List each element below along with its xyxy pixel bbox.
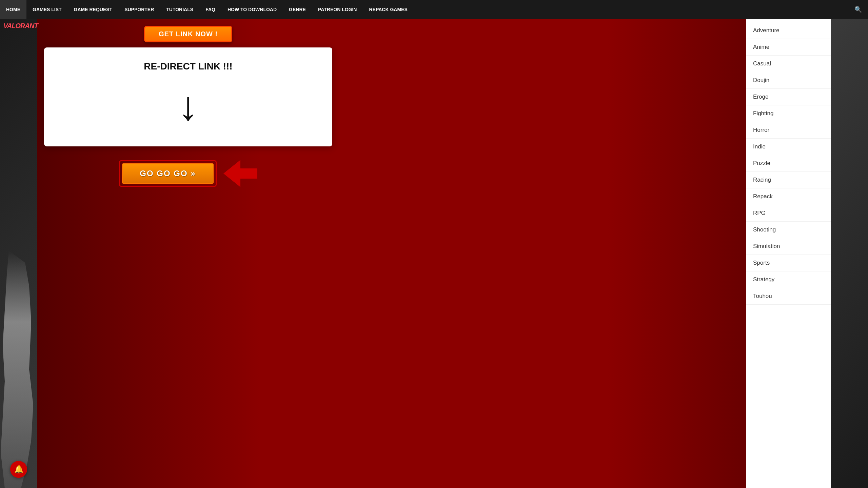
bottom-action-area: GO GO GO » (119, 160, 257, 187)
go-button-wrapper: GO GO GO » (119, 160, 216, 187)
bell-icon: 🔔 (14, 465, 23, 474)
nav-item-games-list[interactable]: GAMES LIST (26, 0, 68, 19)
sidebar-categories: AdventureAnimeCasualDoujinErogeFightingH… (746, 22, 831, 305)
sidebar-item-racing[interactable]: Racing (746, 172, 831, 188)
sidebar-item-repack[interactable]: Repack (746, 188, 831, 205)
sidebar-item-horror[interactable]: Horror (746, 122, 831, 139)
go-go-go-button[interactable]: GO GO GO » (122, 163, 213, 184)
character-art-left (0, 251, 37, 488)
left-background (0, 19, 37, 488)
sidebar-item-fighting[interactable]: Fighting (746, 105, 831, 122)
sidebar-item-simulation[interactable]: Simulation (746, 238, 831, 255)
genre-sidebar: AdventureAnimeCasualDoujinErogeFightingH… (746, 19, 831, 488)
nav-links: HOMEGAMES LISTGAME REQUESTSUPPORTERTUTOR… (0, 0, 414, 19)
nav-item-genre[interactable]: GENRE (283, 0, 312, 19)
search-icon[interactable]: 🔍 (848, 6, 868, 13)
arrow-head-icon (223, 160, 240, 187)
down-arrow-icon: ↓ (178, 85, 198, 126)
sidebar-item-indie[interactable]: Indie (746, 139, 831, 155)
sidebar-item-shooting[interactable]: Shooting (746, 222, 831, 238)
sidebar-item-touhou[interactable]: Touhou (746, 288, 831, 305)
sidebar-item-anime[interactable]: Anime (746, 39, 831, 56)
red-arrow-indicator (223, 160, 257, 187)
nav-item-supporter[interactable]: SUPPORTER (118, 0, 160, 19)
redirect-box: RE-DIRECT LINK !!! ↓ (44, 47, 332, 146)
notification-bell[interactable]: 🔔 (10, 461, 27, 478)
nav-item-faq[interactable]: FAQ (199, 0, 221, 19)
page-wrapper: Get Link Now ! RE-DIRECT LINK !!! ↓ GO G… (0, 19, 868, 488)
nav-item-how-to-download[interactable]: HOW TO DOWNLOAD (221, 0, 283, 19)
sidebar-item-sports[interactable]: Sports (746, 255, 831, 271)
redirect-title: RE-DIRECT LINK !!! (144, 61, 232, 72)
main-nav: HOMEGAMES LISTGAME REQUESTSUPPORTERTUTOR… (0, 0, 868, 19)
sidebar-item-strategy[interactable]: Strategy (746, 271, 831, 288)
nav-item-game-request[interactable]: GAME REQUEST (68, 0, 119, 19)
sidebar-item-puzzle[interactable]: Puzzle (746, 155, 831, 172)
arrow-body (240, 168, 257, 179)
valorant-logo: VALORANT (3, 22, 38, 30)
sidebar-item-eroge[interactable]: Eroge (746, 89, 831, 105)
content-area: Get Link Now ! RE-DIRECT LINK !!! ↓ GO G… (37, 19, 339, 488)
nav-item-home[interactable]: HOME (0, 0, 26, 19)
sidebar-item-doujin[interactable]: Doujin (746, 72, 831, 89)
nav-item-patreon-login[interactable]: PATREON LOGIN (312, 0, 363, 19)
nav-item-repack-games[interactable]: REPACK GAMES (363, 0, 413, 19)
sidebar-item-casual[interactable]: Casual (746, 56, 831, 72)
nav-item-tutorials[interactable]: TUTORIALS (160, 0, 199, 19)
get-link-button[interactable]: Get Link Now ! (144, 26, 232, 42)
sidebar-item-adventure[interactable]: Adventure (746, 22, 831, 39)
sidebar-item-rpg[interactable]: RPG (746, 205, 831, 222)
right-background (831, 19, 868, 488)
